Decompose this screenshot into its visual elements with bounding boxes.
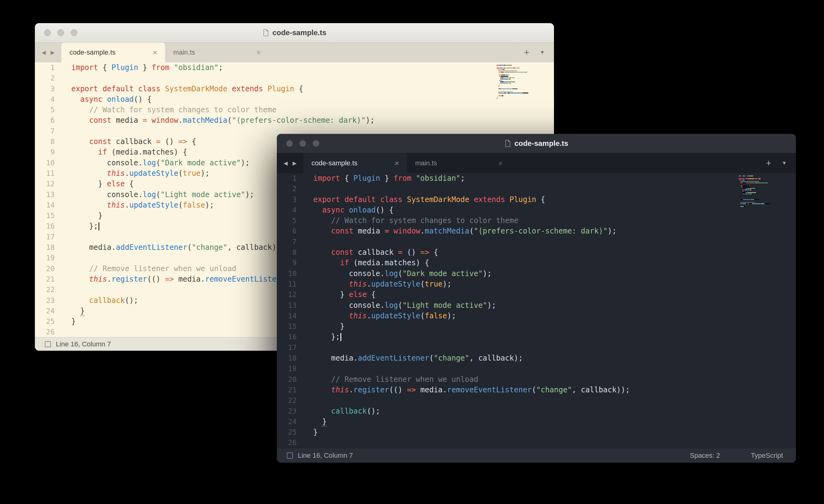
minimize-window-button[interactable] xyxy=(299,140,306,147)
code-token: ); xyxy=(487,301,496,310)
line-number: 15 xyxy=(35,210,60,221)
code-token: ); xyxy=(205,201,214,210)
line-number: 15 xyxy=(277,321,302,332)
code-token: onload xyxy=(349,206,376,214)
code-token: ); xyxy=(245,190,254,199)
code-token: { xyxy=(536,195,545,204)
tab-main.ts[interactable]: main.ts× xyxy=(165,42,269,62)
code-token: log xyxy=(142,190,156,199)
new-tab-icon[interactable]: + xyxy=(524,48,530,57)
tab-strip: code-sample.ts×main.ts× xyxy=(62,42,269,62)
titlebar[interactable]: code-sample.ts xyxy=(35,23,554,42)
status-bar: Line 16, Column 7 Spaces: 2TypeScript xyxy=(277,448,796,463)
zoom-window-button[interactable] xyxy=(313,140,319,147)
code-line: } xyxy=(313,416,796,427)
code-token: Plugin xyxy=(268,85,294,93)
status-item[interactable]: TypeScript xyxy=(751,452,783,460)
tab-label: code-sample.ts xyxy=(70,48,115,56)
back-icon[interactable]: ◀ xyxy=(42,49,46,56)
tab-bar: ◀ ▶ code-sample.ts×main.ts× + ▼ xyxy=(35,42,554,62)
code-token: import xyxy=(71,63,98,72)
code-token: () { xyxy=(134,95,151,104)
close-window-button[interactable] xyxy=(44,29,51,36)
minimap-line xyxy=(497,66,549,67)
code-token xyxy=(389,227,394,235)
code-token: . xyxy=(349,386,353,394)
code-token: () xyxy=(161,137,178,146)
line-number: 12 xyxy=(277,289,302,300)
close-window-button[interactable] xyxy=(286,140,293,147)
tab-close-icon[interactable]: × xyxy=(153,49,158,56)
code-token xyxy=(263,85,267,93)
code-token: ( xyxy=(532,386,536,394)
code-token: ( xyxy=(429,354,434,362)
tab-close-icon[interactable]: × xyxy=(395,159,399,167)
new-tab-icon[interactable]: + xyxy=(766,158,771,168)
line-number: 23 xyxy=(35,295,60,306)
code-token: . xyxy=(367,280,371,288)
minimize-window-button[interactable] xyxy=(58,29,64,36)
code-token: } xyxy=(313,322,344,331)
code-token: callback xyxy=(353,248,398,257)
cursor-position-label[interactable]: Line 16, Column 7 xyxy=(298,452,353,460)
code-token: (() xyxy=(389,386,407,394)
minimap[interactable] xyxy=(738,175,791,212)
code-token: ); xyxy=(608,227,617,235)
status-left: Line 16, Column 7 xyxy=(45,340,111,348)
minimap-line xyxy=(738,202,791,203)
minimap-line xyxy=(738,209,791,210)
minimap-line xyxy=(497,83,549,84)
line-number: 19 xyxy=(277,363,302,374)
code-area[interactable]: import { Plugin } from "obsidian";export… xyxy=(302,173,796,448)
tab-code-sample.ts[interactable]: code-sample.ts× xyxy=(303,153,407,173)
code-line: this.updateStyle(true); xyxy=(313,279,796,289)
code-token: removeEventListener xyxy=(447,386,532,394)
code-token xyxy=(161,85,165,93)
line-number: 13 xyxy=(277,300,302,310)
code-token: export xyxy=(71,85,98,93)
forward-icon[interactable]: ▶ xyxy=(50,49,55,56)
tab-close-icon[interactable]: × xyxy=(498,159,503,167)
line-number: 11 xyxy=(35,168,60,178)
line-number: 6 xyxy=(277,226,302,236)
code-token: updateStyle xyxy=(371,280,420,288)
code-line: import { Plugin } from "obsidian"; xyxy=(313,173,796,183)
code-token: () { xyxy=(376,206,394,214)
code-token: ; xyxy=(460,174,465,182)
status-item[interactable]: Spaces: 2 xyxy=(690,452,720,460)
layout-icon[interactable] xyxy=(287,453,293,459)
tab-close-icon[interactable]: × xyxy=(256,49,261,56)
back-icon[interactable]: ◀ xyxy=(284,160,288,166)
editor-pane[interactable]: 1234567891011121314151617181920212223242… xyxy=(277,173,796,448)
code-token: class xyxy=(138,85,161,93)
code-token: (() xyxy=(147,275,165,283)
code-token: async xyxy=(322,206,344,214)
code-token xyxy=(376,195,380,204)
window-title: code-sample.ts xyxy=(273,28,326,37)
titlebar[interactable]: code-sample.ts xyxy=(277,134,796,153)
code-token: callback xyxy=(331,407,367,415)
line-number: 19 xyxy=(35,253,60,263)
code-token: addEventListener xyxy=(116,243,187,252)
cursor-position-label[interactable]: Line 16, Column 7 xyxy=(56,340,111,348)
code-token: else xyxy=(349,290,367,299)
code-token: "Light mode active" xyxy=(402,301,487,310)
forward-icon[interactable]: ▶ xyxy=(293,160,297,166)
minimap-line xyxy=(738,206,791,207)
line-number: 10 xyxy=(35,158,60,168)
code-token: ); xyxy=(483,269,492,278)
code-token: else xyxy=(107,179,125,188)
document-icon xyxy=(263,29,269,36)
tab-overflow-icon[interactable]: ▼ xyxy=(782,160,787,166)
code-token xyxy=(313,206,322,214)
minimap-line xyxy=(497,90,549,91)
line-number: 5 xyxy=(277,215,302,226)
tab-code-sample.ts[interactable]: code-sample.ts× xyxy=(62,42,165,62)
code-token: (); xyxy=(125,296,138,305)
minimap[interactable] xyxy=(497,65,549,101)
line-number: 12 xyxy=(35,178,60,189)
zoom-window-button[interactable] xyxy=(71,29,78,36)
tab-overflow-icon[interactable]: ▼ xyxy=(540,50,545,55)
layout-icon[interactable] xyxy=(45,341,51,347)
tab-main.ts[interactable]: main.ts× xyxy=(407,153,511,173)
